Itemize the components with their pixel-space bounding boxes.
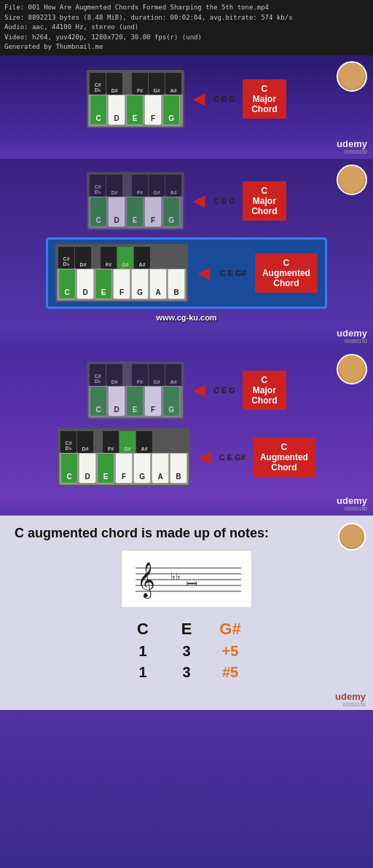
piano-row-1: C#D♭ D# F# G# A# C D E F G ◄ C E G C Maj… <box>9 70 364 128</box>
staff-box: 𝄞 𝄩 ♭♭ <box>121 550 252 608</box>
svg-text:𝄞: 𝄞 <box>137 562 155 599</box>
black-key-ds2: D# <box>106 175 122 197</box>
piano-2: C#D♭ D# F# G# A# C D E F G <box>87 172 184 230</box>
avatar-2 <box>337 165 367 195</box>
note-c: C <box>137 620 149 639</box>
black-spacer-5 <box>94 431 102 453</box>
white-key-d2: D <box>108 197 125 227</box>
section-3: C#D♭ D# F# G# A# C D E F G ◄ C E G C Maj… <box>0 348 373 494</box>
black-key-as3: A# <box>134 247 150 269</box>
black-key-cs3: C#D♭ <box>58 247 74 269</box>
black-key-as: A# <box>165 73 181 95</box>
white-key-d5: D <box>79 453 96 484</box>
svg-text:𝄩: 𝄩 <box>186 577 197 591</box>
black-key-gs: G# <box>149 73 165 95</box>
black-spacer-3 <box>92 247 100 269</box>
chord-label-3: C Augmented Chord <box>255 253 318 293</box>
staff-svg: 𝄞 𝄩 ♭♭ <box>128 553 245 604</box>
black-key-cs2: C#D♭ <box>90 175 106 197</box>
white-key-g2: G <box>162 197 180 227</box>
white-key-e1: E <box>126 95 144 125</box>
white-key-d4: D <box>108 386 125 417</box>
augmented-title: C augmented chord is made up of notes: <box>15 526 358 541</box>
piano-1: C#D♭ D# F# G# A# C D E F G <box>87 70 184 128</box>
file-info-line4: Video: h264, yuv420p, 1280x720, 30.00 fp… <box>4 33 369 43</box>
udemy-logo-2: udemy <box>337 328 367 339</box>
file-info-line5: Generated by Thumbnail.me <box>4 42 369 52</box>
num-3b: #5 <box>222 664 238 681</box>
note-e: E <box>181 620 192 639</box>
piano-row-4: C#D♭ D# F# G# A# C D E F G ◄ C E G C Maj… <box>9 361 364 419</box>
black-key-fs2: F# <box>132 175 148 197</box>
chord-label-1: C Major Chord <box>243 79 286 119</box>
arrow-2: ◄ <box>189 191 209 211</box>
num-3a: +5 <box>222 643 239 660</box>
chord-label-4: C Major Chord <box>243 371 286 410</box>
black-spacer-1 <box>123 73 131 95</box>
udemy-bar-1: udemy 00000150 <box>0 137 373 159</box>
black-spacer-4 <box>123 364 131 386</box>
chord-label-2: C Major Chord <box>243 181 286 221</box>
black-key-ds: D# <box>106 73 122 95</box>
piano-row-5: C#D♭ D# F# G# A# C D E F G A B ◄ C E G# … <box>9 428 364 486</box>
notes-label-5: C E G# <box>219 453 246 462</box>
num-1: 1 <box>138 643 146 660</box>
avatar-1 <box>337 61 367 92</box>
white-key-b3: B <box>168 269 185 299</box>
udemy-logo-1: udemy <box>337 138 367 149</box>
black-key-as5: A# <box>136 431 152 453</box>
file-info-bar: File: 001 How Are Augmented Chords Forme… <box>0 0 373 55</box>
piano-row-2: C#D♭ D# F# G# A# C D E F G ◄ C E G C Maj… <box>9 172 364 230</box>
notes-col-e: E 3 3 <box>165 620 208 681</box>
udemy-bar-3: udemy 00000150 <box>0 494 373 516</box>
white-key-b5: B <box>170 453 187 484</box>
white-key-g3: G <box>131 269 149 299</box>
black-key-ds4: D# <box>106 364 122 386</box>
chord-label-5: C Augmented Chord <box>253 438 315 477</box>
notes-label-3: C E G# <box>220 269 246 277</box>
black-key-as2: A# <box>165 175 181 197</box>
udemy-sub-4: 00000150 <box>335 702 366 707</box>
piano-5: C#D♭ D# F# G# A# C D E F G A B <box>58 428 190 486</box>
white-key-e2: E <box>126 197 144 227</box>
svg-text:♭♭: ♭♭ <box>170 570 181 582</box>
arrow-5: ◄ <box>195 447 215 467</box>
white-key-f5: F <box>115 453 133 484</box>
arrow-4: ◄ <box>189 380 209 401</box>
black-key-gs2: G# <box>149 175 165 197</box>
black-key-fs3: F# <box>101 247 117 269</box>
file-info-line3: Audio: aac, 44100 Hz, stereo (und) <box>4 23 369 33</box>
black-key-gs3: G# <box>117 247 133 269</box>
white-key-g5: G <box>133 453 151 484</box>
udemy-logo-3: udemy <box>337 495 367 506</box>
arrow-3: ◄ <box>194 263 214 283</box>
file-info-line1: File: 001 How Are Augmented Chords Forme… <box>4 3 369 13</box>
watermark: www.cg-ku.com <box>9 312 364 323</box>
num-2b: 3 <box>182 664 190 681</box>
notes-table: C 1 1 E 3 3 G# +5 #5 <box>15 620 358 681</box>
avatar-4 <box>338 523 366 551</box>
augmented-box: C#D♭ D# F# G# A# C D E F G A B ◄ C E G# … <box>46 237 327 309</box>
udemy-sub-3: 00000150 <box>337 506 367 511</box>
white-key-c4: C <box>90 386 107 417</box>
white-key-f2: F <box>144 197 162 227</box>
notes-label-4: C E G <box>213 386 235 395</box>
white-key-a5: A <box>152 453 169 484</box>
black-key-cs4: C#D♭ <box>90 364 106 386</box>
note-gs: G# <box>219 620 240 639</box>
black-key-fs4: F# <box>132 364 148 386</box>
black-key-cs5: C#D♭ <box>60 431 76 453</box>
notes-label-2: C E G <box>213 197 235 205</box>
udemy-bar-4: udemy 00000150 <box>0 688 373 710</box>
white-key-c5: C <box>60 453 78 484</box>
white-key-c3: C <box>58 269 76 299</box>
white-key-c1: C <box>90 95 107 125</box>
avatar-3 <box>337 354 367 384</box>
black-key-ds5: D# <box>77 431 93 453</box>
udemy-logo-4: udemy <box>335 691 366 702</box>
udemy-sub-1: 00000150 <box>337 149 367 154</box>
notes-label-1: C E G <box>213 95 235 103</box>
white-key-a3: A <box>149 269 167 299</box>
num-1b: 1 <box>138 664 146 681</box>
piano-4: C#D♭ D# F# G# A# C D E F G <box>87 361 184 419</box>
